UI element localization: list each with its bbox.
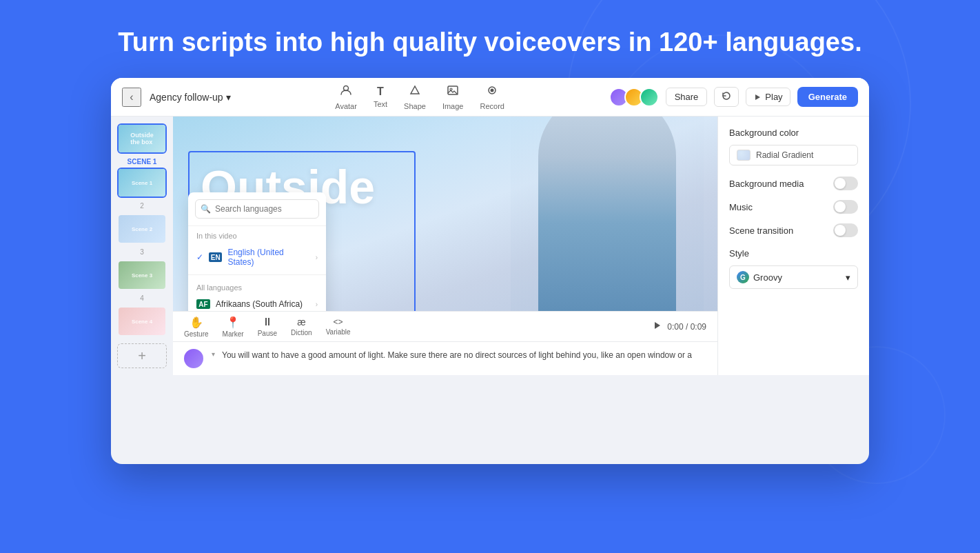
bg-media-toggle[interactable] (833, 177, 858, 190)
pause-label: Pause (258, 330, 277, 337)
tool-gesture[interactable]: ✋ Gesture (184, 316, 209, 338)
app-window: ‹ Agency follow-up ▾ Avatar T Text (111, 78, 869, 464)
diction-label: Diction (291, 329, 312, 336)
toolbar-avatar[interactable]: Avatar (335, 84, 357, 110)
bg-color-section: Background color Radial Gradient (729, 128, 858, 165)
collaborators-avatars (609, 88, 659, 107)
playback-controls: 0:00 / 0:09 (652, 321, 706, 332)
scene-thumbnail-header[interactable]: Outsidethe box (117, 123, 167, 154)
chevron-right-icon: › (316, 254, 318, 261)
style-select-left: G Groovy (737, 271, 782, 283)
generate-button[interactable]: Generate (797, 87, 858, 107)
main-area: Outsidethe box SCENE 1 Scene 1 2 Scene 2 (111, 117, 869, 375)
text-icon: T (377, 86, 384, 98)
scene-2-outer: Scene 2 (117, 214, 167, 244)
toolbar-image-label: Image (442, 102, 464, 110)
tool-marker[interactable]: 📍 Marker (223, 316, 244, 338)
variable-label: Variable (326, 328, 351, 336)
canvas-bottom-toolbar: ✋ Gesture 📍 Marker ⏸ Pause æ Diction <> (173, 311, 717, 341)
lang-item-af[interactable]: AF Afrikaans (South Africa) › (188, 294, 326, 311)
scene-2-thumbnail[interactable]: Scene 2 (117, 214, 167, 244)
scene-3-thumbnail[interactable]: Scene 3 (117, 260, 167, 290)
page-headline: Turn scripts into high quality voiceover… (0, 0, 980, 78)
gesture-icon: ✋ (190, 316, 203, 329)
language-search-input[interactable] (195, 199, 319, 219)
share-button[interactable]: Share (666, 88, 708, 106)
avatar-on-canvas (511, 117, 704, 311)
color-swatch (737, 150, 751, 161)
top-bar: ‹ Agency follow-up ▾ Avatar T Text (111, 78, 869, 117)
toolbar-shape-label: Shape (404, 102, 426, 110)
toolbar-text-label: Text (374, 100, 387, 108)
scene-1-thumbnail[interactable]: Scene 1 (117, 168, 167, 198)
script-avatar (184, 349, 203, 368)
chevron-right-af: › (316, 301, 318, 308)
toolbar-shape[interactable]: Shape (404, 84, 426, 110)
person-body (538, 117, 676, 311)
marker-icon: 📍 (226, 316, 240, 329)
music-toggle[interactable] (833, 200, 858, 214)
scenes-sidebar: Outsidethe box SCENE 1 Scene 1 2 Scene 2 (111, 117, 173, 375)
toolbar-text[interactable]: T Text (374, 86, 387, 108)
script-dropdown-arrow[interactable]: ▾ (212, 349, 215, 359)
script-text[interactable]: You will want to have a good amount of l… (222, 349, 706, 362)
script-area: ▾ You will want to have a good amount of… (173, 341, 717, 375)
scene-2-number: 2 (140, 202, 144, 210)
bg-media-label: Background media (729, 179, 804, 189)
svg-point-4 (491, 88, 494, 92)
tool-pause[interactable]: ⏸ Pause (258, 316, 277, 337)
bg-color-preview[interactable]: Radial Gradient (729, 145, 858, 165)
scene-thumbnail-outer-header: Outsidethe box (117, 123, 167, 154)
play-button[interactable]: Play (746, 88, 790, 106)
collaborator-avatar-3 (640, 88, 659, 107)
canvas-main: Outsidethebox 🔍 In this video ✓ EN En (173, 117, 717, 311)
style-dropdown[interactable]: G Groovy ▾ (729, 265, 858, 289)
toolbar-image[interactable]: Image (442, 84, 464, 110)
pause-icon: ⏸ (262, 316, 273, 328)
scene-4-number: 4 (140, 294, 144, 302)
svg-point-2 (450, 88, 452, 90)
tool-diction[interactable]: æ Diction (291, 316, 312, 336)
bg-media-section: Background media Music Scene transition (729, 177, 858, 237)
scene-4-thumbnail[interactable]: Scene 4 (117, 306, 167, 336)
toolbar-avatar-label: Avatar (335, 102, 357, 110)
language-search-wrapper: 🔍 (195, 199, 319, 219)
playback-play-button[interactable] (652, 321, 662, 332)
scene-1-img: Scene 1 (119, 169, 165, 197)
scene-3-img: Scene 3 (119, 261, 165, 289)
in-this-video-label: In this video (188, 226, 326, 243)
scene-4-outer: Scene 4 (117, 306, 167, 336)
style-icon: G (737, 271, 749, 283)
bg-media-toggle-row: Background media (729, 177, 858, 190)
nav-back-button[interactable]: ‹ (122, 88, 141, 107)
playback-time: 0:00 / 0:09 (667, 322, 706, 332)
scene-1-label: SCENE 1 (127, 158, 157, 165)
right-panel: Background color Radial Gradient Backgro… (717, 117, 869, 375)
scene-4-img: Scene 4 (119, 308, 165, 335)
search-icon: 🔍 (201, 204, 211, 214)
language-dropdown[interactable]: 🔍 In this video ✓ EN English (United Sta… (188, 192, 326, 311)
avatar-icon (340, 84, 352, 100)
add-scene-button[interactable]: + (117, 343, 167, 368)
toolbar-center: Avatar T Text Shape (239, 84, 601, 110)
style-chevron-icon: ▾ (846, 272, 850, 283)
scene-transition-toggle-row: Scene transition (729, 223, 858, 237)
marker-label: Marker (223, 330, 244, 338)
scene-3-number: 3 (140, 248, 144, 256)
tool-variable[interactable]: <> Variable (326, 317, 351, 336)
scene-transition-toggle[interactable] (833, 223, 858, 237)
scene-2-img: Scene 2 (119, 215, 165, 243)
style-title: Style (729, 248, 858, 259)
lang-item-en[interactable]: ✓ EN English (United States) › (188, 243, 326, 272)
check-icon: ✓ (196, 252, 203, 262)
project-name[interactable]: Agency follow-up ▾ (150, 92, 231, 103)
toolbar-record[interactable]: Record (480, 84, 504, 110)
toolbar-record-label: Record (480, 102, 504, 110)
gesture-label: Gesture (184, 330, 209, 338)
scene-thumb-img-header: Outsidethe box (119, 125, 165, 152)
replay-button[interactable] (714, 87, 739, 107)
flag-af: AF (196, 299, 210, 309)
music-label: Music (729, 202, 753, 212)
toolbar-right: Share Play Generate (609, 87, 858, 107)
style-section: Style G Groovy ▾ (729, 248, 858, 289)
